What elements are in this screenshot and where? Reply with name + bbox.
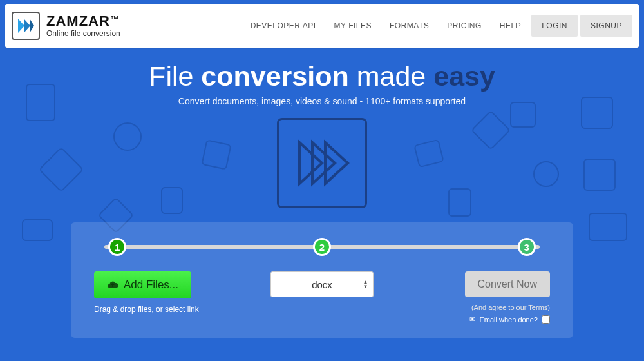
brand-name: ZAMZAR™ [46,14,120,28]
conversion-panel: 1 2 3 Add Files... Drag & drop files, or… [71,222,573,338]
hero-title: File conversion made easy [0,61,644,92]
doodle-icon [22,219,53,241]
step-2-badge: 2 [313,238,331,256]
hero-subtitle: Convert documents, images, videos & soun… [0,96,644,106]
select-caret-icon: ▲▼ [359,272,368,297]
email-checkbox[interactable] [542,315,550,324]
login-button[interactable]: LOGIN [531,15,578,37]
terms-note: (And agree to our Terms) [471,304,550,311]
brand-tagline: Online file conversion [46,30,120,37]
nav-developer-api[interactable]: DEVELOPER API [243,15,324,37]
convert-now-button[interactable]: Convert Now [465,271,550,297]
doodle-icon [589,213,627,241]
hero-chevrons-icon [277,118,367,208]
nav-help[interactable]: HELP [492,15,529,37]
top-navbar: ZAMZAR™ Online file conversion DEVELOPER… [5,4,639,48]
signup-button[interactable]: SIGNUP [580,15,632,37]
logo[interactable]: ZAMZAR™ Online file conversion [12,12,120,40]
step-1-badge: 1 [108,238,126,256]
nav-pricing[interactable]: PRICING [439,15,489,37]
select-link[interactable]: select link [165,305,199,314]
step-track: 1 2 3 [104,239,540,255]
upload-cloud-icon [107,279,118,291]
nav-links: DEVELOPER API MY FILES FORMATS PRICING H… [243,15,632,37]
mail-icon: ✉ [469,315,475,324]
nav-my-files[interactable]: MY FILES [327,15,379,37]
drag-drop-hint: Drag & drop files, or select link [94,305,199,314]
add-files-button[interactable]: Add Files... [94,271,191,298]
logo-icon [12,12,40,40]
format-selected-value: docx [312,279,332,290]
nav-formats[interactable]: FORMATS [382,15,437,37]
terms-link[interactable]: Terms [528,304,547,311]
step-3-badge: 3 [518,238,536,256]
hero: File conversion made easy Convert docume… [0,61,644,208]
format-select[interactable]: docx ▲▼ [270,271,374,297]
email-when-done[interactable]: ✉ Email when done? [469,315,550,324]
